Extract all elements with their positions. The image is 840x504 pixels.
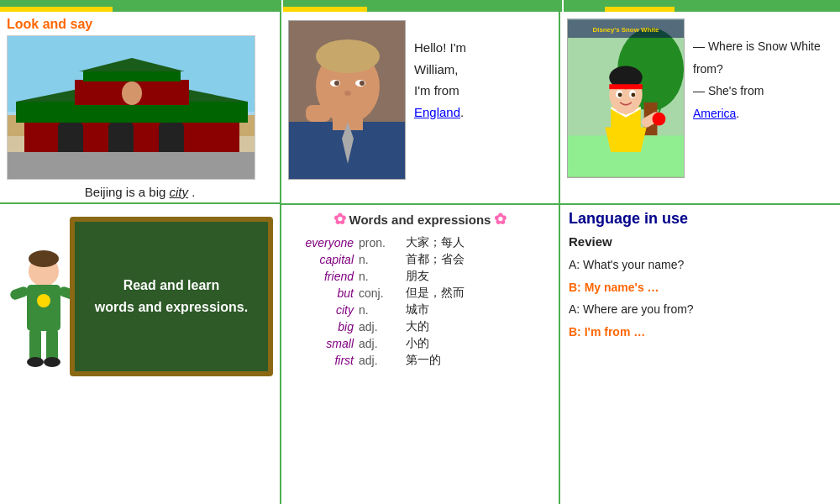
svg-rect-21 [10, 286, 29, 302]
word-term: first [290, 353, 357, 368]
svg-point-36 [344, 91, 351, 96]
word-term: but [290, 286, 357, 301]
svg-point-25 [27, 357, 44, 367]
snow-white-section: Disney's Snow White [560, 12, 840, 205]
greeting-line2: William, [414, 59, 466, 81]
word-term: everyone [290, 235, 357, 250]
words-table: everyone pron. 大家；每人 capital n. 首都；省会 fr… [288, 234, 552, 370]
word-row: friend n. 朋友 [290, 269, 550, 284]
svg-rect-37 [306, 105, 331, 122]
word-term: capital [290, 252, 357, 267]
svg-point-20 [37, 294, 50, 307]
svg-point-26 [44, 357, 60, 367]
svg-point-35 [360, 81, 365, 86]
svg-text:Disney's Snow White: Disney's Snow White [593, 26, 660, 34]
beijing-caption-text: Beijing is a big [85, 185, 166, 199]
read-learn-line1: Read and learn [95, 275, 248, 297]
right-column: Disney's Snow White [560, 12, 840, 504]
top-bar [0, 0, 840, 7]
words-header: ✿ Words and expressions ✿ [288, 210, 552, 228]
snow-white-image: Disney's Snow White [567, 18, 685, 178]
svg-point-54 [631, 93, 635, 97]
william-section: Hello! I'm William, I'm from England. [281, 12, 559, 205]
word-meaning: 但是，然而 [402, 286, 550, 301]
word-term: big [290, 319, 357, 334]
word-meaning: 第一的 [402, 353, 550, 368]
svg-point-31 [316, 39, 380, 73]
word-row: first adj. 第一的 [290, 353, 550, 368]
william-svg [289, 21, 406, 180]
qa-item: B: I'm from … [569, 321, 832, 344]
left-column: Look and say [0, 12, 281, 504]
qa-item: A: What's your name? [569, 254, 832, 276]
svg-point-18 [29, 250, 59, 267]
word-pos: n. [359, 269, 401, 284]
answer1-text: — She's from [693, 84, 764, 97]
qa-item: B: My name's … [569, 276, 832, 299]
flower-left-icon: ✿ [333, 210, 346, 228]
flower-right-icon: ✿ [494, 210, 507, 228]
chalkboard: Read and learn words and expressions. [70, 217, 273, 376]
word-pos: adj. [359, 353, 401, 368]
word-pos: n. [359, 302, 401, 318]
svg-rect-12 [83, 71, 181, 81]
america-link[interactable]: America [693, 107, 736, 120]
svg-point-56 [653, 113, 666, 126]
greeting-line1: Hello! I'm [414, 37, 466, 59]
answer1: — She's from [693, 80, 833, 102]
middle-column: Hello! I'm William, I'm from England. ✿ … [281, 12, 560, 504]
svg-rect-19 [27, 285, 60, 331]
greeting-line3: I'm from [414, 80, 466, 102]
word-term: friend [290, 269, 357, 284]
word-row: everyone pron. 大家；每人 [290, 235, 550, 250]
word-pos: adj. [359, 336, 401, 351]
main-content: Look and say [0, 12, 840, 504]
england-link[interactable]: England [414, 105, 460, 119]
word-meaning: 大的 [402, 319, 550, 334]
svg-rect-16 [8, 152, 255, 180]
word-row: but conj. 但是，然而 [290, 286, 550, 301]
word-term: small [290, 336, 357, 351]
beijing-caption: Beijing is a big city . [7, 185, 273, 199]
qa-item: A: Where are you from? [569, 298, 832, 321]
william-period: . [460, 105, 464, 119]
teacher-figure-svg [10, 246, 77, 381]
beijing-caption-period: . [192, 185, 195, 199]
word-meaning: 大家；每人 [402, 235, 550, 250]
words-title: Words and expressions [349, 213, 491, 227]
look-say-section: Look and say [0, 12, 280, 204]
william-text: Hello! I'm William, I'm from England. [414, 20, 466, 123]
city-word: city [170, 185, 189, 199]
snow-white-text: — Where is Snow White from? — She's from… [693, 18, 833, 124]
language-in-use-section: Language in use Review A: What's your na… [560, 205, 840, 348]
svg-point-53 [618, 93, 622, 97]
review-title: Review [569, 234, 832, 249]
beijing-scene-svg [8, 36, 255, 180]
svg-point-15 [122, 81, 142, 105]
word-meaning: 小的 [402, 336, 550, 351]
word-pos: conj. [359, 286, 401, 301]
word-term: city [290, 302, 357, 318]
look-say-title: Look and say [7, 17, 273, 32]
words-section: ✿ Words and expressions ✿ everyone pron.… [281, 205, 559, 375]
language-in-use-title: Language in use [569, 210, 832, 228]
qa-container: A: What's your name?B: My name's …A: Whe… [569, 254, 832, 343]
read-learn-line2: words and expressions. [95, 297, 248, 318]
word-meaning: 首都；省会 [402, 252, 550, 267]
william-photo [288, 20, 406, 180]
word-row: small adj. 小的 [290, 336, 550, 351]
word-meaning: 朋友 [402, 269, 550, 284]
word-pos: adj. [359, 319, 401, 334]
svg-marker-45 [605, 128, 646, 153]
word-meaning: 城市 [402, 302, 550, 318]
question1: — Where is Snow White from? [693, 35, 833, 80]
snow-white-svg: Disney's Snow White [568, 18, 684, 178]
chalkboard-text: Read and learn words and expressions. [95, 275, 248, 318]
word-pos: pron. [359, 235, 401, 250]
beijing-image [7, 35, 255, 180]
svg-rect-50 [609, 84, 642, 89]
word-row: big adj. 大的 [290, 319, 550, 334]
word-pos: n. [359, 252, 401, 267]
sw-period: . [736, 107, 739, 120]
svg-point-34 [334, 81, 339, 86]
